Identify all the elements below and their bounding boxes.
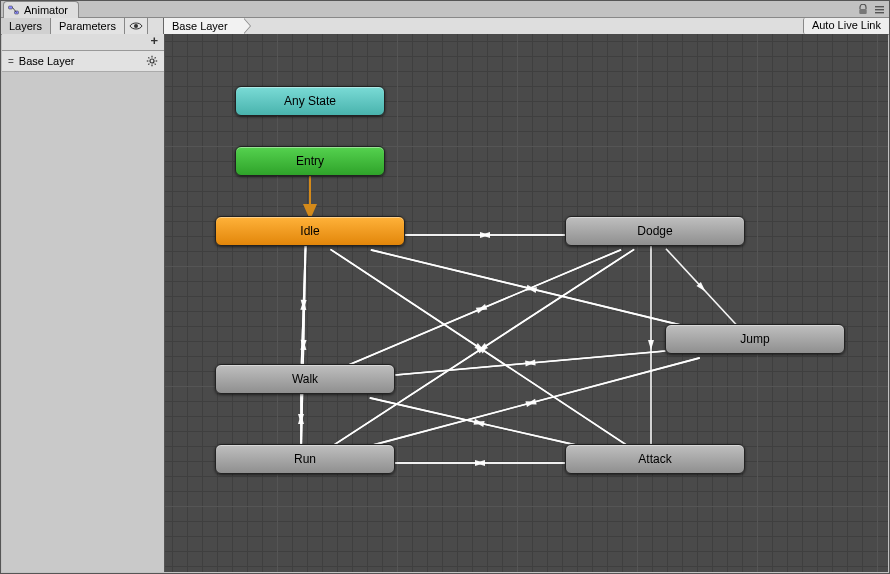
svg-marker-28 xyxy=(300,300,306,310)
svg-line-27 xyxy=(302,246,306,364)
svg-line-31 xyxy=(330,249,630,447)
state-node-jump[interactable]: Jump xyxy=(665,324,845,354)
svg-rect-3 xyxy=(875,6,884,7)
svg-rect-4 xyxy=(875,9,884,10)
lock-icon[interactable] xyxy=(858,4,868,15)
svg-marker-52 xyxy=(298,414,304,424)
svg-marker-44 xyxy=(525,360,535,366)
titlebar: Animator xyxy=(1,1,889,18)
svg-line-29 xyxy=(330,249,630,447)
state-node-dodge[interactable]: Dodge xyxy=(565,216,745,246)
svg-line-15 xyxy=(155,57,156,58)
svg-marker-66 xyxy=(696,282,705,291)
layer-row[interactable]: = Base Layer xyxy=(2,51,164,72)
svg-marker-60 xyxy=(526,399,536,405)
svg-marker-32 xyxy=(476,346,486,354)
layer-name: Base Layer xyxy=(19,55,140,67)
svg-marker-36 xyxy=(300,340,306,350)
gear-icon[interactable] xyxy=(146,55,158,67)
svg-line-59 xyxy=(362,358,700,448)
auto-live-link-button[interactable]: Auto Live Link xyxy=(803,18,889,34)
svg-line-35 xyxy=(301,246,305,444)
svg-marker-34 xyxy=(301,340,307,350)
svg-marker-40 xyxy=(477,304,487,311)
animator-window: Animator Layers Parameters xyxy=(0,0,890,574)
svg-marker-62 xyxy=(475,460,485,466)
svg-rect-2 xyxy=(859,9,866,14)
svg-line-55 xyxy=(330,249,634,447)
window-title: Animator xyxy=(24,4,68,16)
panel-menu-icon[interactable] xyxy=(874,4,885,15)
breadcrumb[interactable]: Base Layer xyxy=(164,18,244,34)
toolbar-left: Layers Parameters xyxy=(1,18,164,34)
svg-line-45 xyxy=(370,398,589,448)
svg-marker-38 xyxy=(476,307,486,314)
window-tab-animator[interactable]: Animator xyxy=(3,1,79,18)
svg-line-39 xyxy=(342,250,621,368)
svg-line-47 xyxy=(370,398,589,448)
svg-line-21 xyxy=(371,250,692,328)
sidebar: + = Base Layer xyxy=(2,34,165,572)
graph-canvas[interactable]: Any StateEntryIdleDodgeJumpWalkAttackRun xyxy=(165,34,888,572)
visibility-toggle[interactable] xyxy=(125,18,148,34)
svg-marker-46 xyxy=(474,419,484,425)
svg-rect-0 xyxy=(9,6,13,9)
state-node-idle[interactable]: Idle xyxy=(215,216,405,246)
state-node-any_state[interactable]: Any State xyxy=(235,86,385,116)
svg-line-14 xyxy=(148,64,149,65)
state-node-attack[interactable]: Attack xyxy=(565,444,745,474)
drag-handle-icon[interactable]: = xyxy=(8,56,13,67)
svg-marker-56 xyxy=(478,343,488,351)
svg-marker-42 xyxy=(525,360,535,366)
toolbar-right: Base Layer Auto Live Link xyxy=(164,18,889,34)
svg-line-13 xyxy=(155,64,156,65)
toolbar: Layers Parameters Base Layer Auto Live L… xyxy=(1,18,889,35)
svg-marker-24 xyxy=(527,287,537,293)
svg-line-65 xyxy=(666,249,738,327)
content: + = Base Layer xyxy=(2,34,888,572)
svg-line-23 xyxy=(371,250,692,328)
svg-marker-30 xyxy=(474,343,484,351)
svg-marker-22 xyxy=(526,285,536,291)
svg-line-37 xyxy=(342,250,621,368)
state-node-entry[interactable]: Entry xyxy=(235,146,385,176)
svg-point-6 xyxy=(134,24,138,28)
state-node-run[interactable]: Run xyxy=(215,444,395,474)
svg-marker-50 xyxy=(298,414,304,424)
svg-point-7 xyxy=(150,59,154,63)
svg-line-33 xyxy=(301,246,305,444)
svg-marker-68 xyxy=(648,340,654,350)
svg-line-25 xyxy=(302,246,306,364)
tab-layers[interactable]: Layers xyxy=(1,18,51,34)
svg-marker-64 xyxy=(475,460,485,466)
svg-line-12 xyxy=(148,57,149,58)
svg-line-43 xyxy=(395,351,665,375)
svg-marker-20 xyxy=(480,232,490,238)
state-node-walk[interactable]: Walk xyxy=(215,364,395,394)
svg-line-41 xyxy=(395,351,665,375)
svg-marker-18 xyxy=(480,232,490,238)
svg-marker-26 xyxy=(301,300,307,310)
eye-icon xyxy=(129,22,143,34)
animator-icon xyxy=(8,4,20,16)
svg-rect-5 xyxy=(875,12,884,13)
add-layer-button[interactable]: + xyxy=(2,34,164,51)
svg-line-57 xyxy=(362,358,700,448)
tab-parameters[interactable]: Parameters xyxy=(51,18,125,34)
svg-marker-48 xyxy=(474,421,484,427)
svg-marker-54 xyxy=(476,346,486,354)
svg-marker-58 xyxy=(525,401,535,407)
svg-line-53 xyxy=(330,249,634,447)
